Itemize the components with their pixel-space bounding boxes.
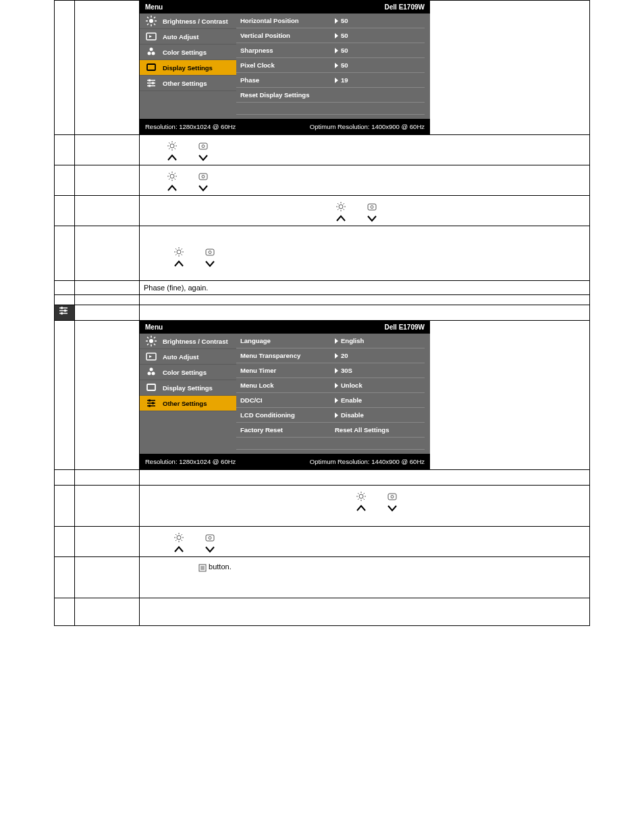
- osd-optimum: Optimum Resolution: 1440x900 @ 60Hz: [310, 458, 425, 465]
- brightness-icon: [167, 171, 178, 182]
- setting-label: Language: [240, 337, 335, 344]
- down-arrow-icon[interactable]: [387, 503, 398, 514]
- menu-item-auto[interactable]: Auto Adjust: [140, 349, 236, 365]
- camera-icon: [205, 246, 215, 257]
- osd-display-settings: Menu Dell E1709W Brightness / ContrastAu…: [140, 1, 430, 134]
- setting-row[interactable]: Menu Transparency20: [236, 348, 425, 363]
- setting-value: 20: [335, 352, 348, 359]
- menu-item-colors[interactable]: Color Settings: [140, 45, 236, 60]
- triangle-icon: [335, 33, 338, 38]
- up-arrow-icon[interactable]: [173, 544, 184, 555]
- menu-item-display[interactable]: Display Settings: [140, 380, 236, 396]
- triangle-icon: [335, 353, 338, 359]
- menu-button-note: button.: [140, 557, 589, 598]
- menu-item-sliders[interactable]: Other Settings: [140, 76, 236, 91]
- document-table: Menu Dell E1709W Brightness / ContrastAu…: [54, 0, 590, 626]
- sliders-icon: [145, 78, 157, 88]
- menu-item-brightness[interactable]: Brightness / Contrast: [140, 334, 236, 349]
- osd-model: Dell E1709W: [385, 323, 425, 331]
- setting-row[interactable]: Pixel Clock50: [236, 58, 425, 73]
- auto-icon: [145, 32, 157, 41]
- display-icon: [145, 63, 157, 72]
- setting-value: Disable: [335, 411, 364, 419]
- menu-item-brightness[interactable]: Brightness / Contrast: [140, 14, 236, 29]
- setting-value: 30S: [335, 367, 352, 374]
- osd-resolution: Resolution: 1280x1024 @ 60Hz: [145, 123, 236, 130]
- triangle-icon: [335, 398, 338, 403]
- up-arrow-icon[interactable]: [167, 183, 178, 194]
- menu-item-colors[interactable]: Color Settings: [140, 365, 236, 380]
- menu-item-label: Brightness / Contrast: [163, 18, 228, 25]
- down-arrow-icon[interactable]: [205, 544, 215, 555]
- menu-item-auto[interactable]: Auto Adjust: [140, 29, 236, 45]
- setting-row[interactable]: Sharpness50: [236, 43, 425, 58]
- button-hint-1: [140, 135, 589, 165]
- setting-row[interactable]: Menu LockUnlock: [236, 378, 425, 393]
- down-arrow-icon[interactable]: [198, 153, 209, 163]
- setting-label: LCD Conditioning: [240, 411, 335, 419]
- menu-item-label: Color Settings: [163, 49, 207, 56]
- setting-label: Horizontal Position: [240, 17, 335, 24]
- up-arrow-icon[interactable]: [356, 503, 367, 514]
- brightness-icon: [173, 246, 184, 257]
- setting-row[interactable]: Menu Timer30S: [236, 363, 425, 378]
- brightness-icon: [356, 491, 367, 502]
- brightness-icon: [173, 532, 184, 543]
- setting-row[interactable]: Reset Display Settings: [236, 88, 425, 103]
- menu-item-label: Other Settings: [163, 80, 207, 87]
- setting-label: Factory Reset: [240, 426, 335, 434]
- setting-row[interactable]: Vertical Position50: [236, 28, 425, 43]
- camera-icon: [198, 171, 209, 182]
- camera-icon: [387, 491, 398, 502]
- setting-value: 50: [335, 32, 348, 39]
- camera-icon: [198, 140, 209, 151]
- setting-row[interactable]: LanguageEnglish: [236, 334, 425, 348]
- triangle-icon: [335, 48, 338, 53]
- setting-label: Reset Display Settings: [240, 91, 335, 99]
- setting-value: English: [335, 337, 364, 344]
- setting-value: 50: [335, 61, 348, 69]
- setting-label: Menu Lock: [240, 382, 335, 389]
- brightness-icon: [336, 201, 346, 212]
- setting-value: Enable: [335, 396, 362, 404]
- triangle-icon: [335, 368, 338, 373]
- brightness-icon: [167, 140, 178, 151]
- osd-title: Menu: [145, 3, 163, 11]
- camera-icon: [205, 532, 215, 543]
- camera-icon: [367, 201, 377, 212]
- setting-row[interactable]: Horizontal Position50: [236, 14, 425, 28]
- menu-item-sliders[interactable]: Other Settings: [140, 396, 236, 411]
- triangle-icon: [335, 383, 338, 388]
- triangle-icon: [335, 63, 338, 68]
- sliders-icon: [145, 398, 157, 408]
- down-arrow-icon[interactable]: [205, 259, 215, 269]
- osd-optimum: Optimum Resolution: 1400x900 @ 60Hz: [310, 123, 425, 130]
- setting-row[interactable]: Factory ResetReset All Settings: [236, 423, 425, 438]
- up-arrow-icon[interactable]: [167, 153, 178, 163]
- setting-label: Menu Transparency: [240, 352, 335, 359]
- setting-value: 50: [335, 47, 348, 54]
- colors-icon: [145, 367, 157, 377]
- setting-value: 19: [335, 76, 348, 84]
- other-settings-category-icon: [55, 305, 75, 321]
- down-arrow-icon[interactable]: [367, 213, 377, 224]
- auto-icon: [145, 352, 157, 361]
- menu-item-label: Color Settings: [163, 369, 207, 376]
- menu-item-label: Display Settings: [163, 64, 213, 72]
- brightness-icon: [145, 336, 157, 346]
- up-arrow-icon[interactable]: [336, 213, 346, 224]
- osd-title: Menu: [145, 323, 163, 331]
- menu-item-display[interactable]: Display Settings: [140, 60, 236, 76]
- setting-row[interactable]: DDC/CIEnable: [236, 393, 425, 408]
- triangle-icon: [335, 18, 338, 24]
- button-hint-2: [140, 165, 589, 195]
- down-arrow-icon[interactable]: [198, 183, 209, 194]
- setting-label: Phase: [240, 76, 335, 84]
- triangle-icon: [335, 78, 338, 83]
- up-arrow-icon[interactable]: [173, 259, 184, 269]
- setting-row[interactable]: Phase19: [236, 73, 425, 88]
- osd-other-settings: Menu Dell E1709W Brightness / ContrastAu…: [140, 321, 430, 469]
- setting-label: Vertical Position: [240, 32, 335, 39]
- button-hint-5: [140, 486, 589, 526]
- setting-row[interactable]: LCD ConditioningDisable: [236, 408, 425, 423]
